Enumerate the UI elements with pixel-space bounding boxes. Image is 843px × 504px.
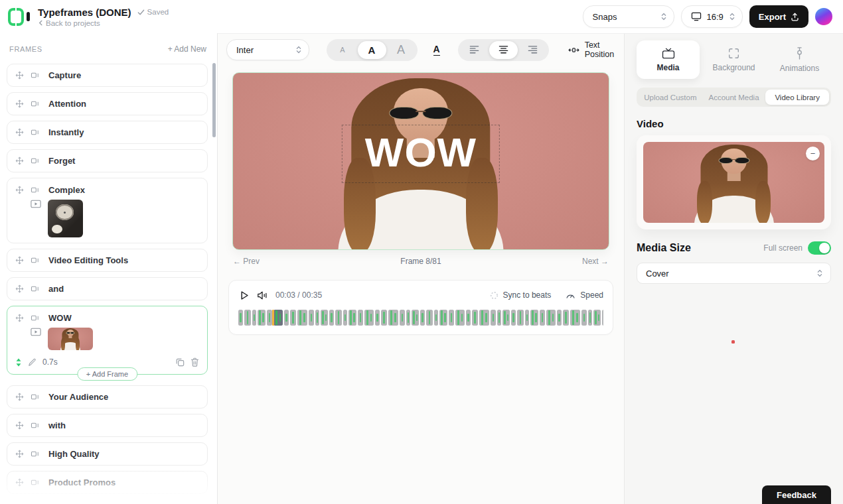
tv-icon <box>662 48 675 59</box>
media-fit-select[interactable]: Cover <box>637 263 831 284</box>
font-size-small-button[interactable]: A <box>329 41 357 59</box>
topbar: Typeframes (DONE) Saved Back to projects… <box>0 0 843 33</box>
add-new-frame-button[interactable]: + Add New <box>168 44 206 54</box>
tab-media[interactable]: Media <box>637 40 700 79</box>
subtab-account-media[interactable]: Account Media <box>702 90 766 105</box>
frame-card[interactable]: with <box>7 414 208 437</box>
text-position-button[interactable]: Text Position <box>568 40 624 59</box>
project-title: Typeframes (DONE) <box>38 7 131 18</box>
drag-handle-icon[interactable] <box>15 284 24 293</box>
drag-handle-icon[interactable] <box>15 186 24 194</box>
drag-handle-icon[interactable] <box>15 157 24 165</box>
speed-button[interactable]: Speed <box>566 290 603 300</box>
text-align-segmented <box>458 39 549 61</box>
font-size-large-button[interactable]: A <box>387 41 416 59</box>
chevron-updown-icon <box>660 12 667 21</box>
frame-card[interactable]: Instantly <box>7 121 208 144</box>
overlay-text[interactable]: WOW <box>365 132 477 173</box>
align-center-button[interactable] <box>489 41 518 59</box>
font-family-select[interactable]: Inter <box>226 39 309 60</box>
duplicate-frame-icon[interactable] <box>175 357 185 367</box>
video-preview[interactable]: WOW <box>232 72 609 250</box>
frame-card[interactable]: and <box>7 277 208 300</box>
export-button[interactable]: Export <box>749 5 808 28</box>
frame-card[interactable]: High Quality <box>7 442 208 466</box>
red-marker-dot <box>731 340 735 344</box>
video-library-thumbnail[interactable]: − <box>643 142 824 223</box>
frame-card[interactable]: Complex <box>7 178 208 243</box>
align-right-button[interactable] <box>518 41 547 59</box>
frame-type-icon <box>31 128 39 137</box>
logo-bar-icon <box>27 12 30 21</box>
frame-card[interactable]: WOW0.7s+ Add Frame <box>7 306 208 375</box>
slider-icon <box>796 47 803 60</box>
frame-label: Video Editing Tools <box>48 255 128 265</box>
sync-to-beats-button[interactable]: Sync to beats <box>490 290 552 300</box>
frame-card[interactable]: Your Audience <box>7 385 208 409</box>
sidebar-scrollbar[interactable] <box>212 63 216 137</box>
frame-corners-icon <box>728 48 739 59</box>
next-frame-button[interactable]: Next → <box>582 257 609 266</box>
frame-type-icon <box>31 256 39 265</box>
media-panel: Media Background Animations Upload Custo… <box>624 33 843 504</box>
play-button[interactable] <box>238 290 250 301</box>
sync-label: Sync to beats <box>503 290 552 300</box>
drag-handle-icon[interactable] <box>15 478 24 487</box>
frame-nav: Frame 8/81 ← Prev Next → <box>233 256 609 267</box>
add-frame-button[interactable]: + Add Frame <box>77 367 137 381</box>
volume-icon[interactable] <box>257 290 268 300</box>
drag-handle-icon[interactable] <box>15 421 24 430</box>
tab-background[interactable]: Background <box>702 40 765 79</box>
delete-frame-icon[interactable] <box>191 357 199 367</box>
underline-button[interactable]: A <box>433 44 440 55</box>
align-left-button[interactable] <box>460 41 489 59</box>
drag-handle-icon[interactable] <box>15 71 24 80</box>
waveform[interactable] <box>238 309 603 326</box>
drag-handle-icon[interactable] <box>15 128 24 137</box>
frame-type-icon <box>31 99 39 108</box>
frame-label: with <box>48 420 66 430</box>
frame-card[interactable]: Capture <box>7 64 208 87</box>
chevron-left-icon <box>38 20 44 26</box>
user-avatar[interactable] <box>815 8 832 25</box>
media-size-row: Media Size Full screen <box>637 241 831 255</box>
chevron-updown-icon <box>295 45 302 54</box>
drag-handle-icon[interactable] <box>15 393 24 401</box>
tab-background-label: Background <box>712 63 755 72</box>
app-logo[interactable] <box>8 6 30 27</box>
feedback-button[interactable]: Feedback <box>762 485 831 504</box>
drag-handle-icon[interactable] <box>15 314 24 322</box>
tab-animations[interactable]: Animations <box>768 40 831 79</box>
thumbnail-person-figure <box>643 142 824 223</box>
text-toolbar: Inter A A A A Text Position <box>218 34 624 64</box>
full-screen-toggle[interactable] <box>808 241 831 255</box>
frame-card[interactable]: Video Editing Tools <box>7 249 208 272</box>
template-select[interactable]: Snaps <box>583 5 674 28</box>
aspect-ratio-select[interactable]: 16:9 <box>681 5 743 28</box>
prev-frame-button[interactable]: ← Prev <box>233 257 260 266</box>
frame-label: Attention <box>48 99 86 109</box>
subtab-upload-custom[interactable]: Upload Custom <box>639 90 702 105</box>
full-screen-label: Full screen <box>763 243 803 253</box>
frame-thumbnail[interactable] <box>48 328 93 350</box>
frame-label: Capture <box>48 70 81 80</box>
text-selection-box[interactable]: WOW <box>342 125 500 183</box>
frame-label: Instantly <box>48 127 84 137</box>
frame-card[interactable]: Attention <box>7 92 208 115</box>
remove-video-button[interactable]: − <box>806 147 820 160</box>
reorder-icon[interactable] <box>15 358 22 367</box>
playback-panel: 00:03 / 00:35 Sync to beats Speed <box>228 280 613 335</box>
video-library-card: − <box>637 135 831 229</box>
frame-card[interactable]: Forget <box>7 149 208 172</box>
frame-thumbnail[interactable] <box>48 200 83 237</box>
back-to-projects-link[interactable]: Back to projects <box>38 19 169 27</box>
font-size-medium-button[interactable]: A <box>358 41 386 59</box>
edit-duration-icon[interactable] <box>28 358 37 367</box>
frame-card[interactable]: Product Promos <box>7 471 208 494</box>
drag-handle-icon[interactable] <box>15 450 24 458</box>
drag-handle-icon[interactable] <box>15 256 24 265</box>
subtab-video-library[interactable]: Video Library <box>765 90 829 105</box>
frame-type-icon <box>31 284 39 293</box>
drag-handle-icon[interactable] <box>15 99 24 108</box>
monitor-icon <box>691 12 702 21</box>
